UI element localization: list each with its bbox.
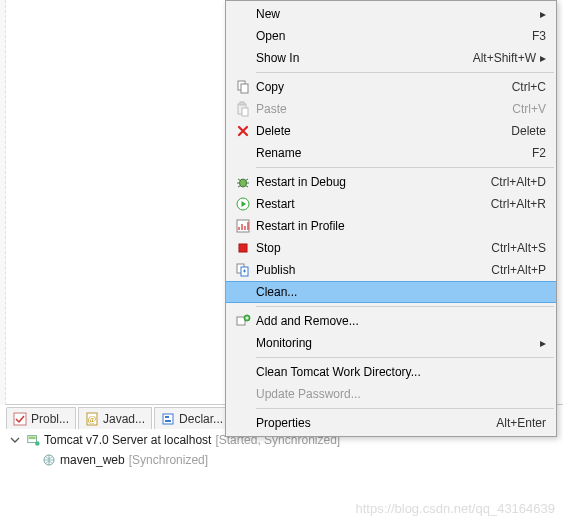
editor-gutter: [0, 0, 6, 405]
menu-clean[interactable]: Clean...: [226, 281, 556, 303]
svg-text:@: @: [88, 414, 96, 424]
copy-icon: [230, 79, 256, 95]
svg-rect-7: [29, 437, 36, 440]
module-status: [Synchronized]: [129, 453, 208, 467]
menu-shortcut: Alt+Shift+W: [461, 51, 536, 65]
submenu-arrow-icon: ▸: [536, 336, 546, 350]
menu-separator: [256, 357, 554, 358]
menu-properties[interactable]: Properties Alt+Enter: [226, 412, 556, 434]
stop-icon: [230, 240, 256, 256]
menu-separator: [256, 72, 554, 73]
menu-open[interactable]: Open F3: [226, 25, 556, 47]
context-menu: New ▸ Open F3 Show In Alt+Shift+W ▸ Copy…: [225, 0, 557, 437]
svg-rect-5: [165, 420, 171, 422]
paste-icon: [230, 101, 256, 117]
menu-delete[interactable]: Delete Delete: [226, 120, 556, 142]
menu-label: Stop: [256, 241, 479, 255]
tab-label: Probl...: [31, 412, 69, 426]
menu-label: Open: [256, 29, 520, 43]
menu-separator: [256, 306, 554, 307]
javadoc-icon: @: [85, 412, 99, 426]
menu-label: Rename: [256, 146, 520, 160]
add-remove-icon: [230, 313, 256, 329]
menu-monitoring[interactable]: Monitoring ▸: [226, 332, 556, 354]
server-icon: [26, 433, 40, 447]
menu-show-in[interactable]: Show In Alt+Shift+W ▸: [226, 47, 556, 69]
tab-label: Declar...: [179, 412, 223, 426]
menu-shortcut: Ctrl+Alt+S: [479, 241, 546, 255]
svg-rect-14: [242, 108, 248, 116]
menu-shortcut: Ctrl+Alt+R: [479, 197, 546, 211]
views-tabstrip: Probl... @ Javad... Declar...: [0, 405, 230, 429]
menu-add-remove[interactable]: Add and Remove...: [226, 310, 556, 332]
menu-copy[interactable]: Copy Ctrl+C: [226, 76, 556, 98]
menu-shortcut: Alt+Enter: [484, 416, 546, 430]
menu-shortcut: Delete: [499, 124, 546, 138]
menu-restart-debug[interactable]: Restart in Debug Ctrl+Alt+D: [226, 171, 556, 193]
problems-icon: [13, 412, 27, 426]
menu-rename[interactable]: Rename F2: [226, 142, 556, 164]
svg-line-18: [238, 179, 241, 181]
tab-problems[interactable]: Probl...: [6, 407, 76, 429]
tab-javadoc[interactable]: @ Javad...: [78, 407, 152, 429]
menu-separator: [256, 408, 554, 409]
publish-icon: [230, 262, 256, 278]
web-module-icon: [42, 453, 56, 467]
menu-label: Clean...: [256, 285, 546, 299]
run-icon: [230, 196, 256, 212]
menu-update-password: Update Password...: [226, 383, 556, 405]
menu-shortcut: Ctrl+V: [500, 102, 546, 116]
svg-line-20: [238, 186, 241, 188]
menu-shortcut: Ctrl+Alt+P: [479, 263, 546, 277]
menu-shortcut: F3: [520, 29, 546, 43]
menu-clean-work-dir[interactable]: Clean Tomcat Work Directory...: [226, 361, 556, 383]
debug-icon: [230, 174, 256, 190]
menu-label: Properties: [256, 416, 484, 430]
menu-label: Publish: [256, 263, 479, 277]
svg-rect-13: [240, 102, 244, 105]
watermark: https://blog.csdn.net/qq_43164639: [356, 501, 556, 516]
menu-label: Show In: [256, 51, 461, 65]
declaration-icon: [161, 412, 175, 426]
profile-icon: [230, 218, 256, 234]
submenu-arrow-icon: ▸: [536, 51, 546, 65]
menu-restart[interactable]: Restart Ctrl+Alt+R: [226, 193, 556, 215]
svg-rect-3: [163, 414, 173, 424]
menu-label: Add and Remove...: [256, 314, 546, 328]
module-label: maven_web: [60, 453, 125, 467]
svg-rect-24: [239, 244, 247, 252]
menu-shortcut: Ctrl+C: [500, 80, 546, 94]
menu-shortcut: F2: [520, 146, 546, 160]
svg-rect-23: [237, 220, 249, 232]
menu-label: Restart: [256, 197, 479, 211]
menu-label: Paste: [256, 102, 500, 116]
menu-restart-profile[interactable]: Restart in Profile: [226, 215, 556, 237]
submenu-arrow-icon: ▸: [536, 7, 546, 21]
svg-line-21: [246, 186, 249, 188]
module-node[interactable]: maven_web [Synchronized]: [8, 450, 555, 470]
svg-point-8: [35, 441, 39, 445]
menu-separator: [256, 167, 554, 168]
menu-label: Copy: [256, 80, 500, 94]
delete-icon: [230, 123, 256, 139]
menu-publish[interactable]: Publish Ctrl+Alt+P: [226, 259, 556, 281]
menu-label: Clean Tomcat Work Directory...: [256, 365, 546, 379]
svg-line-19: [246, 179, 249, 181]
menu-label: New: [256, 7, 536, 21]
tab-label: Javad...: [103, 412, 145, 426]
menu-stop[interactable]: Stop Ctrl+Alt+S: [226, 237, 556, 259]
menu-label: Update Password...: [256, 387, 546, 401]
menu-label: Monitoring: [256, 336, 536, 350]
workspace: Probl... @ Javad... Declar... Tomcat v7.…: [0, 0, 563, 522]
tab-declaration[interactable]: Declar...: [154, 407, 230, 429]
svg-rect-4: [165, 416, 169, 418]
menu-label: Delete: [256, 124, 499, 138]
server-label: Tomcat v7.0 Server at localhost: [44, 433, 211, 447]
menu-label: Restart in Profile: [256, 219, 546, 233]
svg-rect-0: [14, 413, 26, 425]
menu-new[interactable]: New ▸: [226, 3, 556, 25]
menu-label: Restart in Debug: [256, 175, 479, 189]
svg-rect-11: [241, 84, 248, 93]
twisty-expanded-icon[interactable]: [8, 433, 22, 447]
menu-shortcut: Ctrl+Alt+D: [479, 175, 546, 189]
